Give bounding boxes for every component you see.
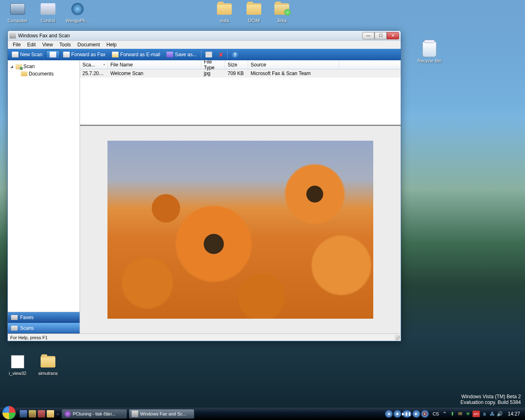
left-pane: ◢ Scan Documents Faxes Scans bbox=[8, 60, 80, 333]
nav-faxes-button[interactable]: Faxes bbox=[8, 312, 80, 323]
scanner-icon bbox=[12, 52, 18, 57]
file-list: Sca...▾ File Name File Type Size Source … bbox=[80, 60, 401, 125]
desktop-icon-vista[interactable]: vista bbox=[210, 1, 239, 23]
clock[interactable]: 14:27 bbox=[504, 411, 523, 417]
language-indicator[interactable]: CS bbox=[431, 411, 440, 416]
desktop-label: Control bbox=[34, 18, 62, 23]
desktop-icon-iview[interactable]: i_view32 bbox=[3, 354, 32, 376]
toolbar: New Scan Forward as Fax Forward as E-mai… bbox=[8, 49, 401, 60]
list-row[interactable]: 25.7.2006 ... Welcome Scan jpg 709 KB Mi… bbox=[80, 69, 401, 78]
titlebar[interactable]: Windows Fax and Scan — ☐ ✕ bbox=[8, 31, 401, 41]
column-source[interactable]: Source bbox=[248, 60, 339, 69]
menubar: File Edit View Tools Document Help bbox=[8, 41, 401, 49]
faxscan-icon bbox=[132, 411, 138, 417]
browser-icon bbox=[64, 411, 71, 417]
tray-mail-icon[interactable]: ✉ bbox=[457, 411, 463, 417]
desktop-label: Recycle Bin bbox=[415, 58, 444, 64]
menu-view[interactable]: View bbox=[39, 41, 56, 48]
column-type[interactable]: File Type bbox=[201, 60, 225, 69]
minimize-button[interactable]: — bbox=[362, 32, 374, 39]
menu-tools[interactable]: Tools bbox=[56, 41, 74, 48]
collapse-icon[interactable]: ◢ bbox=[10, 64, 14, 68]
desktop-icon-control[interactable]: Control bbox=[34, 1, 62, 23]
resize-grip[interactable] bbox=[395, 335, 400, 340]
cell-size: 709 KB bbox=[225, 70, 248, 77]
cell-date: 25.7.2006 ... bbox=[80, 70, 108, 77]
tray-app-icon[interactable]: a bbox=[481, 411, 488, 417]
ql-app[interactable] bbox=[38, 410, 45, 418]
ql-overflow[interactable]: » bbox=[57, 412, 59, 416]
view-button[interactable] bbox=[46, 50, 60, 59]
mail-icon bbox=[112, 52, 119, 57]
desktop-icon-simutrans[interactable]: simutrans bbox=[34, 354, 62, 376]
statusbar: For Help, press F1 bbox=[8, 333, 401, 341]
cell-name: Welcome Scan bbox=[108, 70, 201, 77]
menu-document[interactable]: Document bbox=[74, 41, 103, 48]
media-play-button[interactable]: ▶❚❚ bbox=[402, 410, 412, 418]
print-button[interactable] bbox=[202, 50, 215, 59]
desktop-label: Jirka bbox=[267, 18, 296, 23]
media-prev-button[interactable]: ◄ bbox=[385, 410, 393, 418]
system-tray: CS ⌃ ⬆ ✉ ✳ ATI a 🖧 🔊 14:27 bbox=[431, 411, 523, 417]
watermark: Windows Vista (TM) Beta 2 Evaluation cop… bbox=[461, 394, 521, 405]
nav-scans-button[interactable]: Scans bbox=[8, 323, 80, 333]
tray-safely-remove-icon[interactable]: ⬆ bbox=[449, 411, 456, 417]
desktop-icon-computer[interactable]: Computer bbox=[3, 1, 32, 23]
preview-pane bbox=[80, 125, 401, 333]
desktop-label: Computer bbox=[3, 18, 32, 23]
new-scan-button[interactable]: New Scan bbox=[9, 50, 46, 59]
tray-ati-icon[interactable]: ATI bbox=[472, 411, 480, 417]
column-date[interactable]: Sca...▾ bbox=[80, 60, 108, 69]
column-size[interactable]: Size bbox=[225, 60, 248, 69]
close-button[interactable]: ✕ bbox=[387, 32, 399, 39]
quick-launch: » bbox=[20, 410, 60, 418]
delete-button[interactable]: ✘ bbox=[215, 50, 226, 59]
maximize-button[interactable]: ☐ bbox=[374, 32, 387, 39]
fax-icon bbox=[11, 315, 18, 320]
save-as-button[interactable]: Save as... bbox=[163, 50, 200, 59]
help-button[interactable]: ? bbox=[228, 50, 242, 59]
window-fax-scan: Windows Fax and Scan — ☐ ✕ File Edit Vie… bbox=[7, 30, 401, 341]
tree-node-documents[interactable]: Documents bbox=[9, 70, 78, 78]
save-icon bbox=[167, 52, 173, 57]
scan-folder-icon bbox=[16, 64, 22, 69]
folder-icon bbox=[21, 71, 27, 76]
media-mute-button[interactable]: 🔇 bbox=[421, 410, 429, 418]
forward-email-button[interactable]: Forward as E-mail bbox=[109, 50, 163, 59]
taskbar: » PCtuning - tisk člán... Windows Fax an… bbox=[0, 408, 525, 420]
desktop-label: WengoPh... bbox=[63, 18, 92, 23]
window-title: Windows Fax and Scan bbox=[18, 33, 362, 39]
tree-node-scan[interactable]: ◢ Scan bbox=[9, 63, 78, 70]
start-button[interactable] bbox=[2, 405, 16, 420]
help-icon: ? bbox=[232, 51, 238, 58]
desktop-icon-recycle-bin[interactable]: Recycle Bin bbox=[415, 41, 444, 64]
tray-volume-icon[interactable]: 🔊 bbox=[497, 411, 503, 417]
forward-fax-button[interactable]: Forward as Fax bbox=[60, 50, 109, 59]
ql-switch-windows[interactable] bbox=[29, 410, 36, 418]
task-pctuning[interactable]: PCtuning - tisk člán... bbox=[62, 409, 127, 419]
menu-file[interactable]: File bbox=[9, 41, 24, 48]
desktop-label: vista bbox=[210, 18, 239, 23]
tray-network-icon[interactable]: 🖧 bbox=[489, 411, 495, 417]
menu-help[interactable]: Help bbox=[103, 41, 120, 48]
tray-up-icon[interactable]: ⌃ bbox=[441, 411, 448, 417]
media-next-button[interactable]: ► bbox=[412, 410, 420, 418]
document-icon bbox=[50, 52, 56, 57]
ql-explorer[interactable] bbox=[47, 410, 54, 418]
desktop-icon-jirka[interactable]: Jirka bbox=[267, 1, 296, 23]
folder-tree: ◢ Scan Documents bbox=[8, 60, 80, 312]
desktop-icon-wengo[interactable]: WengoPh... bbox=[63, 1, 92, 23]
column-name[interactable]: File Name bbox=[108, 60, 201, 69]
media-controls: ◄ ■ ▶❚❚ ► 🔇 bbox=[385, 410, 429, 418]
desktop-label: DCIM bbox=[240, 18, 268, 23]
task-faxscan[interactable]: Windows Fax and Sc... bbox=[129, 409, 194, 419]
menu-edit[interactable]: Edit bbox=[24, 41, 39, 48]
list-header: Sca...▾ File Name File Type Size Source bbox=[80, 60, 401, 69]
desktop-label: i_view32 bbox=[3, 371, 32, 376]
desktop-icon-dcim[interactable]: DCIM bbox=[240, 1, 268, 23]
ql-show-desktop[interactable] bbox=[20, 410, 27, 418]
desktop-label: simutrans bbox=[34, 371, 62, 376]
cell-source: Microsoft Fax & Scan Team bbox=[248, 70, 339, 77]
media-stop-button[interactable]: ■ bbox=[393, 410, 402, 418]
tray-antivirus-icon[interactable]: ✳ bbox=[465, 411, 471, 417]
